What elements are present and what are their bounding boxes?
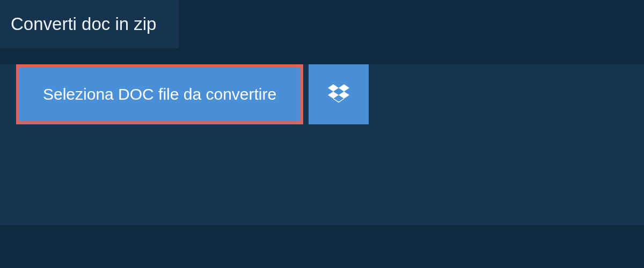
dropbox-icon [328,83,349,106]
content-panel: Seleziona DOC file da convertire [0,64,644,225]
select-file-button-label: Seleziona DOC file da convertire [43,85,276,103]
action-button-row: Seleziona DOC file da convertire [16,64,644,124]
page-title-tab: Converti doc in zip [0,0,179,48]
page-title: Converti doc in zip [11,14,156,34]
select-file-button[interactable]: Seleziona DOC file da convertire [16,64,303,124]
dropbox-button[interactable] [309,64,369,124]
